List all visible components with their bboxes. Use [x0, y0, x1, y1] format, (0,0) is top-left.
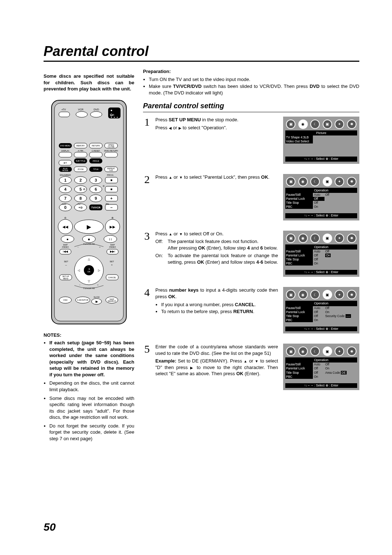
menu-footer: ↑↓←→ : Select ⊕ : Enter [285, 157, 357, 161]
svg-text:2: 2 [79, 178, 82, 182]
svg-point-7 [90, 112, 102, 117]
svg-text:3: 3 [95, 178, 97, 182]
svg-text:SUB TITLE: SUB TITLE [76, 160, 86, 162]
tab-icon: ▣ [286, 119, 295, 129]
step-text: Enter the code of a country/area whose s… [155, 344, 278, 390]
tab-icon: ▣ [323, 119, 332, 129]
svg-text:PROG.: PROG. [107, 174, 114, 176]
svg-text:⊖: ⊖ [64, 216, 66, 219]
svg-text:VCR: VCR [78, 108, 83, 111]
svg-text:CLOSE: CLOSE [108, 146, 114, 148]
step-number: 5 [143, 344, 151, 355]
content-columns: Some discs are specified not suitable fo… [44, 68, 359, 444]
svg-text:SET: SET [110, 260, 114, 263]
svg-text:+: + [110, 196, 113, 200]
svg-text:▶/II: ▶/II [64, 162, 67, 164]
svg-text:⏻/I: ⏻/I [110, 113, 114, 117]
tab-icon: ✺ [347, 119, 356, 129]
svg-text:SEARCH: SEARCH [108, 300, 116, 302]
svg-text:■: ■ [88, 238, 90, 241]
svg-point-11 [111, 117, 112, 118]
svg-text:A-B: A-B [110, 169, 113, 171]
prep-item: Make sure TV/VCR/DVD switch has been sli… [149, 83, 359, 96]
svg-text:③: ③ [88, 268, 90, 270]
note-item: If each setup (page 50~59) has been comp… [49, 340, 134, 378]
tab-icon-selected: ◉ [298, 119, 308, 129]
svg-text:■: ■ [110, 178, 112, 182]
step-text: Press or to select Off or On. Off:The pa… [155, 231, 278, 277]
svg-text:TV/VCR PR: TV/VCR PR [83, 287, 95, 289]
svg-text:ANGLE: ANGLE [93, 160, 99, 162]
svg-text:6: 6 [95, 187, 97, 191]
svg-text:C.RESET: C.RESET [92, 150, 101, 152]
svg-rect-8 [108, 108, 121, 118]
preparation-list: Turn ON the TV and set to the video inpu… [149, 76, 359, 96]
svg-rect-28 [74, 152, 87, 157]
svg-text:■: ■ [110, 187, 112, 191]
preparation-heading: Preparation: [143, 68, 359, 75]
menu-figure-2: ▣◉☾ ▣✦✺ Operation Pause/StillAutoOff Par… [283, 174, 359, 220]
svg-text:ZERO RETURN: ZERO RETURN [104, 150, 118, 152]
svg-point-112 [84, 265, 94, 275]
svg-text:TITLE: TITLE [93, 168, 99, 170]
svg-text:▶: ▶ [87, 224, 91, 230]
svg-point-6 [76, 112, 87, 117]
step-number: 1 [143, 117, 151, 127]
svg-rect-30 [105, 152, 118, 157]
svg-text:OK: OK [87, 271, 91, 273]
step-text: Press or to select "Parental Lock", then… [155, 174, 278, 220]
menu-figure-4: ▣◉☾ ▣✦✺ Operation Pause/StillAutoOff Par… [283, 287, 359, 333]
svg-text:CANCEL: CANCEL [108, 276, 116, 279]
svg-text:/INDEX: /INDEX [109, 246, 116, 248]
svg-text:◁: ◁ [78, 269, 80, 272]
page-number: 50 [44, 521, 56, 533]
svg-text:•TV: •TV [62, 108, 66, 111]
svg-text:TV/VCR: TV/VCR [91, 206, 101, 209]
svg-text:9: 9 [95, 196, 97, 200]
svg-text:1: 1 [64, 178, 66, 182]
prep-item: Turn ON the TV and set to the video inpu… [149, 76, 359, 83]
step-number: 4 [143, 287, 151, 298]
svg-text:A.MONITOR: A.MONITOR [77, 299, 88, 301]
svg-point-9 [111, 110, 112, 111]
svg-text:0: 0 [64, 205, 66, 210]
svg-text:RETURN: RETURN [92, 145, 100, 147]
svg-text:/INDEX: /INDEX [62, 246, 69, 248]
svg-text:+: + [99, 246, 100, 248]
menu-tab-icons: ▣ ◉ ☾ ▣ ✦ ✺ [285, 119, 357, 130]
step-4: 4 Press number keys to input a 4-digits … [143, 287, 359, 333]
intro-text: Some discs are specified not suitable fo… [44, 73, 134, 92]
notes-list: If each setup (page 50~59) has been comp… [49, 340, 134, 442]
svg-text:◀◀: ◀◀ [62, 225, 68, 229]
svg-text:②NUMBER: ②NUMBER [60, 174, 71, 176]
svg-text:I▶: I▶ [95, 300, 98, 303]
step-number: 2 [143, 174, 151, 185]
svg-rect-27 [59, 152, 72, 157]
svg-text:•TV: •TV [77, 203, 81, 205]
svg-text:+⊙: +⊙ [78, 206, 83, 209]
menu-section-title: Picture [285, 130, 357, 135]
svg-text:A.TRK: A.TRK [78, 150, 83, 152]
step-2: 2 Press or to select "Parental Lock", th… [143, 174, 359, 220]
svg-text:MENU: MENU [63, 278, 69, 280]
menu-figure-1: ▣ ◉ ☾ ▣ ✦ ✺ Picture TV Shape 4:3LB [283, 117, 359, 164]
svg-text:SET: SET [64, 260, 68, 263]
menu-figure-5: ▣◉☾ ▣✦✺ Operation Pause/StillAutoOff Par… [283, 344, 359, 390]
svg-text:▶▶: ▶▶ [110, 225, 115, 229]
svg-text:ZOOM: ZOOM [78, 168, 83, 170]
svg-point-12 [114, 117, 115, 118]
svg-text:⊙: ⊙ [103, 185, 105, 187]
svg-point-13 [117, 117, 118, 118]
step-5: 5 Enter the code of a country/area whose… [143, 344, 359, 390]
tab-icon: ✦ [335, 119, 344, 129]
section-subheading: Parental control setting [143, 101, 359, 112]
svg-text:+: + [111, 263, 113, 267]
svg-text:•TV: •TV [105, 203, 109, 205]
remote-illustration: •TV VCR DVD ⏻/I DVD MENU MEMORY [51, 100, 127, 325]
svg-text:I I: I I [109, 238, 112, 241]
svg-text:DVD: DVD [94, 108, 99, 111]
svg-text:I◀◀: I◀◀ [63, 250, 68, 253]
svg-text:4: 4 [64, 187, 67, 191]
tab-icon: ☾ [310, 119, 320, 129]
step-text: Press number keys to input a 4-digits se… [155, 287, 278, 333]
